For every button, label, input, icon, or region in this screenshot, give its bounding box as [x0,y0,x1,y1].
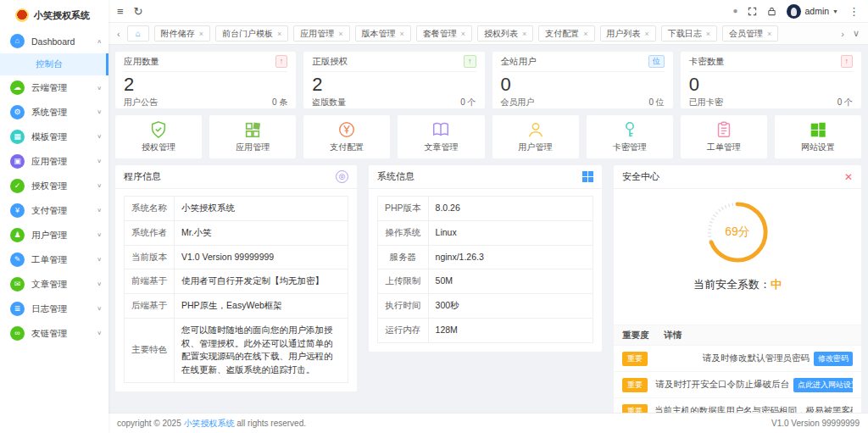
program-info-table: 系统名称小笑授权系统 系统作者Mr.小笑 当前版本V1.0 Version 99… [124,196,348,383]
table-row: 当前版本V1.0 Version 99999999 [125,245,348,269]
app-grid-icon [243,120,262,139]
sidebar-item-authorization[interactable]: ✓ 授权管理 ∨ [0,174,108,198]
tab-app-management[interactable]: 应用管理× [293,25,349,42]
shortcut-app-management[interactable]: 应用管理 [209,115,296,158]
shortcut-workorder-management[interactable]: 工单管理 [681,115,767,158]
fullscreen-icon[interactable] [748,7,757,16]
tab-front-portal-template[interactable]: 前台门户模板× [215,25,288,42]
tab-authorization-list[interactable]: 授权列表× [477,25,533,42]
caret-down-icon: ▼ [832,8,838,14]
tab-package-management[interactable]: 套餐管理× [416,25,472,42]
close-icon[interactable]: × [199,30,203,38]
sidebar-item-label: Dashboard [31,36,90,47]
security-issue-row: 重要 请及时打开安全口令防止爆破后台 点此进入网站设置打开 [614,371,861,397]
shortcut-user-management[interactable]: 用户管理 [492,115,579,158]
globe-icon[interactable]: ● [732,7,737,15]
more-options-icon[interactable]: ⋮ [849,6,860,17]
top-header: ≡ ↻ ● admin ▼ ⋮ [108,0,868,23]
close-icon[interactable]: × [645,30,649,38]
unit-badge: 位 [648,55,665,68]
close-icon[interactable]: × [461,30,465,38]
shortcut-payment-config[interactable]: 支付配置 [303,115,390,158]
sidebar-subitem-label: 控制台 [36,58,63,70]
table-row: 系统名称小笑授权系统 [125,197,348,221]
security-issue-row: 重要 请及时修改默认管理员密码 修改密码 [614,345,861,371]
sidebar-item-user[interactable]: ♟ 用户管理 ∨ [0,223,108,247]
close-icon[interactable]: × [522,30,526,38]
sidebar-item-application[interactable]: ▣ 应用管理 ∨ [0,149,108,174]
sidebar-item-article[interactable]: ✉ 文章管理 ∨ [0,272,108,297]
dashboard-content: 应用数量↑ 2 用户公告0 条 正版授权↑ 2 盗版数量0 个 全站用户位 0 … [108,45,868,413]
table-row: 操作系统Linux [377,220,593,245]
sidebar-item-system[interactable]: ⚙ 系统管理 ∨ [0,100,108,125]
change-password-button[interactable]: 修改密码 [814,352,853,366]
close-icon[interactable]: × [583,30,587,38]
tabs-menu-icon[interactable]: ∨ [851,28,861,39]
close-icon[interactable]: × [338,30,342,38]
brand-link[interactable]: 小笑授权系统 [184,419,235,428]
user-menu[interactable]: admin ▼ [787,4,838,19]
sidebar: 小笑授权系统 ⌂ Dashboard ∧ 控制台 ☁ 云端管理 ∨ ⚙ 系统管理… [0,0,108,433]
tab-member-management[interactable]: 会员管理× [722,25,778,42]
sidebar-item-log[interactable]: ≣ 日志管理 ∨ [0,297,108,321]
shortcut-article-management[interactable]: 文章管理 [398,115,484,158]
tab-version-management[interactable]: 版本管理× [355,25,411,42]
close-icon[interactable]: × [706,30,710,38]
table-row: 后端基于PHP原生，EasyWeb框架 [125,294,348,319]
close-icon[interactable]: × [767,30,771,38]
tabs-scroll-left-icon[interactable]: ‹ [115,29,122,39]
close-icon[interactable]: × [400,30,404,38]
shortcut-cardkey-management[interactable]: 卡密管理 [587,115,673,158]
logo-icon [15,8,29,22]
sidebar-item-friendlink[interactable]: ∞ 友链管理 ∨ [0,321,108,346]
ticket-icon: ✎ [10,253,25,267]
sidebar-item-workorder[interactable]: ✎ 工单管理 ∨ [0,247,108,272]
lock-icon[interactable] [767,7,776,16]
security-gauge: 69分 当前安全系数：中 [614,189,861,296]
tabs-scroll-right-icon[interactable]: › [839,29,846,39]
tab-home[interactable]: ⌂ [127,25,149,42]
windows-icon [582,171,593,182]
user-icon [526,120,545,139]
security-center-panel: 安全中心 ✕ 69分 当前安全系数：中 [614,165,861,413]
system-info-table: PHP版本8.0.26 操作系统Linux 服务器nginx/1.26.3 上传… [377,196,593,343]
app-logo[interactable]: 小笑授权系统 [0,0,108,29]
shortcut-authorization[interactable]: 授权管理 [115,115,202,158]
security-table-header: 重要度详情 [614,325,861,345]
tab-payment-config[interactable]: 支付配置× [538,25,594,42]
severity-badge: 重要 [622,404,648,414]
stat-value: 0 [501,74,665,96]
arrow-up-badge: ↑ [275,55,288,68]
refresh-icon[interactable]: ↻ [134,6,143,17]
sidebar-item-template[interactable]: ▦ 模板管理 ∨ [0,125,108,149]
shield-check-icon [149,120,168,139]
panel-title: 系统信息 [377,170,415,183]
close-icon[interactable]: × [277,30,281,38]
shortcut-site-settings[interactable]: 网站设置 [775,115,861,158]
table-row: 上传限制50M [377,269,593,294]
table-row: 服务器nginx/1.26.3 [377,245,593,269]
sidebar-subitem-console[interactable]: 控制台 [0,53,108,75]
stats-row: 应用数量↑ 2 用户公告0 条 正版授权↑ 2 盗版数量0 个 全站用户位 0 … [115,52,861,108]
chevron-down-icon: ∨ [97,281,102,287]
sidebar-item-cloud[interactable]: ☁ 云端管理 ∨ [0,75,108,100]
table-row: 执行时间300秒 [377,294,593,319]
tab-attachment-storage[interactable]: 附件储存× [154,25,210,42]
chevron-down-icon: ∨ [97,109,102,115]
close-icon[interactable]: ✕ [844,171,853,183]
chevron-down-icon: ∨ [97,257,102,263]
program-info-panel: 程序信息 ◎ 系统名称小笑授权系统 系统作者Mr.小笑 当前版本V1.0 Ver… [115,165,357,391]
chevron-down-icon: ∨ [97,330,102,336]
chevron-up-icon: ∧ [97,38,102,44]
footer: copyright © 2025 小笑授权系统 all rights reser… [108,413,868,433]
table-row: 前端基于使用者可自行开发定制【均无加密】 [125,269,348,294]
collapse-menu-icon[interactable]: ≡ [117,6,124,17]
sidebar-item-payment[interactable]: ¥ 支付管理 ∨ [0,198,108,223]
tab-download-log[interactable]: 下载日志× [661,25,717,42]
stat-value: 2 [124,74,287,96]
article-icon: ✉ [10,277,25,291]
open-site-settings-button[interactable]: 点此进入网站设置打开 [793,378,853,392]
table-row: 系统作者Mr.小笑 [125,220,348,245]
tab-user-list[interactable]: 用户列表× [600,25,656,42]
sidebar-item-dashboard[interactable]: ⌂ Dashboard ∧ [0,29,108,53]
